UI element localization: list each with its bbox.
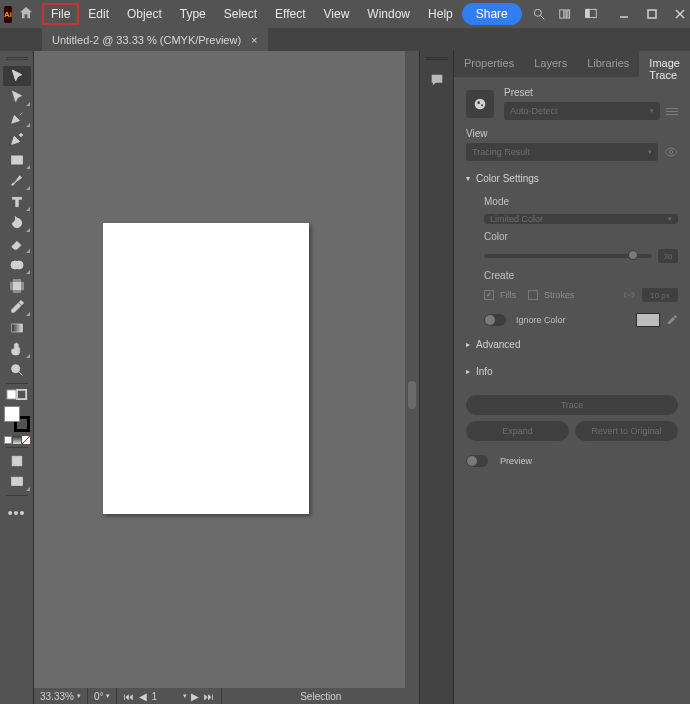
- tab-libraries[interactable]: Libraries: [577, 51, 639, 77]
- preset-menu-button[interactable]: [666, 108, 678, 115]
- zoom-tool[interactable]: [3, 360, 31, 380]
- svg-point-0: [534, 9, 541, 16]
- canvas-area[interactable]: 33.33%▾ 0°▾ ⏮ ◀ ▾ ▶ ⏭ Selection: [34, 51, 419, 704]
- menu-edit[interactable]: Edit: [79, 3, 118, 25]
- info-header[interactable]: ▸ Info: [466, 362, 678, 381]
- rectangle-tool[interactable]: [3, 150, 31, 170]
- rotate-tool[interactable]: [3, 213, 31, 233]
- ignore-color-toggle[interactable]: [484, 314, 506, 326]
- stroke-link-icon[interactable]: [622, 288, 636, 302]
- artboard-last[interactable]: ⏭: [203, 691, 215, 702]
- selection-tool[interactable]: [3, 66, 31, 86]
- minimize-button[interactable]: [614, 6, 634, 22]
- statusbar: 33.33%▾ 0°▾ ⏮ ◀ ▾ ▶ ⏭ Selection: [34, 688, 419, 704]
- preset-select[interactable]: Auto-Detect▾: [504, 102, 660, 120]
- tab-properties[interactable]: Properties: [454, 51, 524, 77]
- fill-stroke-swatch[interactable]: [4, 406, 30, 432]
- search-button[interactable]: [530, 5, 548, 23]
- menu-object[interactable]: Object: [118, 3, 171, 25]
- home-button[interactable]: [18, 3, 34, 25]
- curvature-tool[interactable]: [3, 129, 31, 149]
- tab-image-trace[interactable]: Image Trace: [639, 51, 690, 77]
- zoom-field[interactable]: 33.33%▾: [34, 688, 88, 704]
- chevron-right-icon: ▸: [466, 340, 470, 349]
- arrange-icon: [558, 7, 572, 21]
- fill-stroke-toggle[interactable]: [3, 387, 31, 401]
- document-tab[interactable]: Untitled-2 @ 33.33 % (CMYK/Preview) ×: [42, 28, 268, 51]
- close-button[interactable]: [670, 6, 690, 22]
- tab-layers[interactable]: Layers: [524, 51, 577, 77]
- expand-button[interactable]: Expand: [466, 421, 569, 441]
- paintbrush-tool[interactable]: [3, 171, 31, 191]
- share-button[interactable]: Share: [462, 3, 522, 25]
- svg-rect-12: [11, 156, 22, 164]
- advanced-header[interactable]: ▸ Advanced: [466, 335, 678, 354]
- menu-effect[interactable]: Effect: [266, 3, 314, 25]
- menubar: Ai File Edit Object Type Select Effect V…: [0, 0, 690, 28]
- workspace-button[interactable]: [582, 5, 600, 23]
- vertical-scrollbar[interactable]: [405, 51, 419, 688]
- color-settings-header[interactable]: ▾ Color Settings: [466, 169, 678, 188]
- color-mode-row[interactable]: [4, 436, 30, 444]
- view-select[interactable]: Tracing Result▾: [466, 143, 658, 161]
- comments-panel-button[interactable]: [428, 72, 446, 90]
- edit-toolbar[interactable]: •••: [8, 505, 26, 521]
- draw-mode[interactable]: [3, 451, 31, 471]
- svg-rect-8: [648, 10, 656, 18]
- preview-label: Preview: [500, 456, 532, 466]
- maximize-button[interactable]: [642, 6, 662, 22]
- menu-file[interactable]: File: [42, 3, 79, 25]
- panel-grip[interactable]: [426, 57, 448, 62]
- svg-rect-2: [560, 10, 564, 18]
- ignore-color-eyedropper[interactable]: [666, 314, 678, 326]
- comment-icon: [428, 72, 446, 88]
- search-icon: [532, 7, 546, 21]
- trace-button[interactable]: Trace: [466, 395, 678, 415]
- eyedropper-tool[interactable]: [3, 297, 31, 317]
- rotate-field[interactable]: 0°▾: [88, 688, 118, 704]
- gradient-tool[interactable]: [3, 318, 31, 338]
- arrange-button[interactable]: [556, 5, 574, 23]
- artboard-prev[interactable]: ◀: [137, 691, 149, 702]
- preview-toggle[interactable]: [466, 455, 488, 467]
- right-panel: Properties Layers Libraries Image Trace …: [453, 51, 690, 704]
- panel-grip[interactable]: [6, 57, 28, 62]
- artboard-first[interactable]: ⏮: [123, 691, 135, 702]
- svg-rect-20: [11, 324, 22, 332]
- document-tab-close[interactable]: ×: [251, 34, 257, 46]
- artboard-tool[interactable]: [3, 276, 31, 296]
- fills-checkbox[interactable]: ✓: [484, 290, 494, 300]
- screen-mode[interactable]: [3, 472, 31, 492]
- pen-tool[interactable]: [3, 108, 31, 128]
- menu-window[interactable]: Window: [358, 3, 419, 25]
- tool-panel: •••: [0, 51, 34, 704]
- hand-tool[interactable]: [3, 339, 31, 359]
- revert-button[interactable]: Revert to Original: [575, 421, 678, 441]
- artboard[interactable]: [103, 223, 309, 514]
- artboard-dropdown[interactable]: ▾: [183, 692, 187, 700]
- svg-rect-23: [6, 389, 15, 398]
- document-tab-title: Untitled-2 @ 33.33 % (CMYK/Preview): [52, 34, 241, 46]
- direct-selection-tool[interactable]: [3, 87, 31, 107]
- stroke-width-field[interactable]: 10 px: [642, 288, 678, 302]
- menu-view[interactable]: View: [315, 3, 359, 25]
- type-tool[interactable]: [3, 192, 31, 212]
- svg-point-21: [11, 365, 19, 373]
- mode-select[interactable]: Limited Color▾: [484, 214, 678, 224]
- ignore-color-swatch[interactable]: [636, 313, 660, 327]
- eraser-tool[interactable]: [3, 234, 31, 254]
- svg-rect-24: [17, 389, 26, 398]
- menu-type[interactable]: Type: [171, 3, 215, 25]
- preset-label: Preset: [504, 87, 678, 98]
- menu-select[interactable]: Select: [215, 3, 266, 25]
- artboard-index[interactable]: [151, 691, 181, 702]
- svg-line-22: [19, 372, 22, 375]
- strokes-checkbox[interactable]: [528, 290, 538, 300]
- svg-point-30: [475, 98, 486, 109]
- menu-help[interactable]: Help: [419, 3, 462, 25]
- view-eye-button[interactable]: [664, 145, 678, 159]
- artboard-next[interactable]: ▶: [189, 691, 201, 702]
- shape-builder-tool[interactable]: [3, 255, 31, 275]
- color-slider[interactable]: [484, 254, 652, 258]
- color-value[interactable]: 30: [658, 249, 678, 263]
